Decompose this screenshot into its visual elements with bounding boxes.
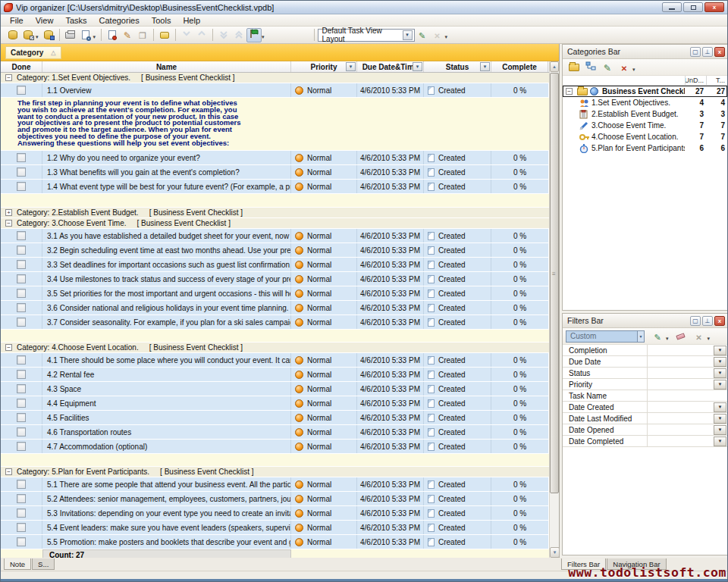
dropdown-caret-icon[interactable]: ▾	[36, 34, 39, 40]
menu-item-help[interactable]: Help	[177, 15, 206, 26]
save-database-button[interactable]	[41, 28, 56, 42]
tab-note[interactable]: Note	[4, 559, 31, 570]
move-down-button[interactable]	[179, 28, 194, 42]
category-tree-item[interactable]: 3.Choose Event Time.77	[563, 120, 727, 131]
print-button[interactable]	[63, 28, 78, 42]
task-row[interactable]: 5.2 Attendees: senior management, employ…	[1, 492, 559, 505]
edit-task-button[interactable]: ✎	[120, 28, 135, 42]
task-checkbox[interactable]	[17, 167, 26, 177]
column-header-status[interactable]: Status▼	[424, 61, 491, 72]
task-checkbox[interactable]	[17, 86, 26, 95]
print-preview-button[interactable]	[78, 28, 93, 42]
filter-dropdown-icon[interactable]: ▼	[714, 414, 726, 424]
category-tree-item[interactable]: 4.Choose Event Location.77	[563, 131, 727, 142]
clear-filter-button[interactable]: ✕	[691, 330, 708, 343]
duplicate-task-button[interactable]: ❐	[135, 28, 150, 42]
category-group-row[interactable]: +Category: 2.Establish Event Budget.[ Bu…	[1, 208, 559, 217]
task-row[interactable]: 4.2 Rental feeNormal4/6/2010 5:33 PMCrea…	[1, 368, 559, 381]
add-subcategory-button[interactable]	[582, 61, 599, 74]
group-by-category-chip[interactable]: Category △	[5, 46, 61, 59]
panel-pin-icon[interactable]: ⊥	[702, 316, 713, 326]
vertical-scrollbar[interactable]: ▲ ▼	[549, 61, 559, 558]
task-row[interactable]: 5.5 Promotion: make posters and booklets…	[1, 535, 559, 549]
task-checkbox[interactable]	[17, 231, 26, 240]
task-row[interactable]: 3.1 As you have established a detailed b…	[1, 229, 559, 242]
task-row[interactable]: 4.6 Transportation routesNormal4/6/2010 …	[1, 425, 559, 439]
add-category-button[interactable]	[566, 61, 582, 74]
task-checkbox[interactable]	[17, 274, 26, 283]
task-checkbox[interactable]	[17, 413, 26, 422]
panel-restore-icon[interactable]: ▢	[690, 47, 701, 57]
menu-item-categories[interactable]: Categories	[93, 15, 146, 26]
filter-value-field[interactable]	[648, 368, 714, 378]
task-row[interactable]: 3.5 Set priorities for the most importan…	[1, 286, 559, 300]
filter-dropdown-icon[interactable]: ▼	[714, 357, 726, 367]
task-checkbox[interactable]	[17, 370, 26, 379]
delete-layout-button[interactable]: ✕	[430, 28, 445, 42]
tab-s[interactable]: S...	[32, 559, 55, 570]
category-group-row[interactable]: −Category: 5.Plan for Event Participants…	[1, 467, 559, 477]
task-checkbox[interactable]	[17, 494, 26, 503]
task-row[interactable]: 5.1 There are some people that attend yo…	[1, 477, 559, 491]
task-checkbox[interactable]	[17, 246, 26, 255]
filter-value-field[interactable]	[648, 356, 714, 367]
new-task-button[interactable]	[105, 28, 120, 42]
task-row[interactable]: 1.3 What benefits will you gain at the e…	[1, 165, 559, 179]
dropdown-caret-icon[interactable]: ▾	[262, 34, 265, 40]
panel-close-icon[interactable]: x	[714, 47, 725, 57]
dropdown-caret-icon[interactable]: ▾	[445, 34, 448, 40]
combo-dropdown-icon[interactable]: ▼	[637, 331, 644, 342]
dropdown-caret-icon[interactable]: ▾	[708, 336, 711, 342]
task-row[interactable]: 4.1 There should be some place where you…	[1, 353, 559, 367]
open-database-button[interactable]: ↗	[20, 28, 36, 42]
move-up-button[interactable]	[194, 28, 209, 42]
collapse-icon[interactable]: −	[5, 74, 12, 81]
total-column-header[interactable]: T...	[706, 76, 727, 85]
task-checkbox[interactable]	[17, 537, 26, 546]
category-group-row[interactable]: −Category: 3.Choose Event Time.[ Busines…	[1, 218, 559, 228]
task-row[interactable]: 5.4 Event leaders: make sure you have ev…	[1, 521, 559, 534]
filter-pen-button[interactable]: ✎	[649, 330, 666, 343]
category-tree-item[interactable]: −Business Event Checklist2727	[563, 86, 727, 97]
task-checkbox[interactable]	[17, 318, 26, 327]
delete-category-button[interactable]: ✕	[616, 61, 632, 74]
column-header-complete[interactable]: Complete	[491, 61, 548, 72]
undone-column-header[interactable]: UnD...	[685, 76, 706, 85]
column-header-due-date-time[interactable]: Due Date&Time▼	[357, 61, 424, 72]
notes-button[interactable]	[157, 28, 172, 42]
task-row[interactable]: 4.7 Accommodation (optional)Normal4/6/20…	[1, 440, 559, 453]
panel-pin-icon[interactable]: ⊥	[702, 47, 713, 57]
menu-item-tasks[interactable]: Tasks	[59, 15, 93, 26]
task-checkbox[interactable]	[17, 260, 26, 269]
task-row[interactable]: 3.4 Use milestones to track status and s…	[1, 272, 559, 286]
move-to-bottom-button[interactable]	[216, 28, 231, 42]
edit-category-button[interactable]: ✎	[599, 61, 616, 74]
collapse-icon[interactable]: −	[566, 88, 573, 95]
scrollbar-thumb[interactable]	[550, 73, 559, 493]
scroll-down-arrow[interactable]: ▼	[550, 547, 560, 558]
column-header-done[interactable]: Done	[1, 61, 42, 72]
menu-item-tools[interactable]: Tools	[146, 15, 177, 26]
task-row[interactable]: 3.7 Consider seasonality. For example, i…	[1, 315, 559, 329]
panel-close-icon[interactable]: x	[714, 316, 725, 326]
combo-dropdown-icon[interactable]: ▼	[403, 30, 413, 40]
collapse-icon[interactable]: −	[5, 468, 12, 475]
dropdown-caret-icon[interactable]: ▾	[632, 67, 635, 73]
task-checkbox[interactable]	[17, 289, 26, 298]
filter-dropdown-icon[interactable]: ▼	[714, 380, 726, 390]
menu-item-view[interactable]: View	[30, 15, 60, 26]
task-checkbox[interactable]	[17, 182, 26, 191]
filter-dropdown-icon[interactable]: ▼	[714, 436, 726, 446]
task-row[interactable]: 4.5 FacilitiesNormal4/6/2010 5:33 PMCrea…	[1, 411, 559, 424]
menu-item-file[interactable]: File	[4, 15, 30, 26]
category-tree-item[interactable]: 2.Establish Event Budget.33	[563, 108, 727, 120]
filter-dropdown-icon[interactable]: ▼	[714, 346, 726, 355]
task-checkbox[interactable]	[17, 355, 26, 365]
task-checkbox[interactable]	[17, 508, 26, 518]
column-filter-dropdown-icon[interactable]: ▼	[480, 62, 490, 71]
filter-value-field[interactable]	[648, 413, 714, 424]
new-database-button[interactable]	[5, 28, 20, 42]
move-to-top-button[interactable]	[231, 28, 246, 42]
layout-combo[interactable]: Default Task View Layout▼	[318, 29, 415, 42]
task-checkbox[interactable]	[17, 427, 26, 436]
